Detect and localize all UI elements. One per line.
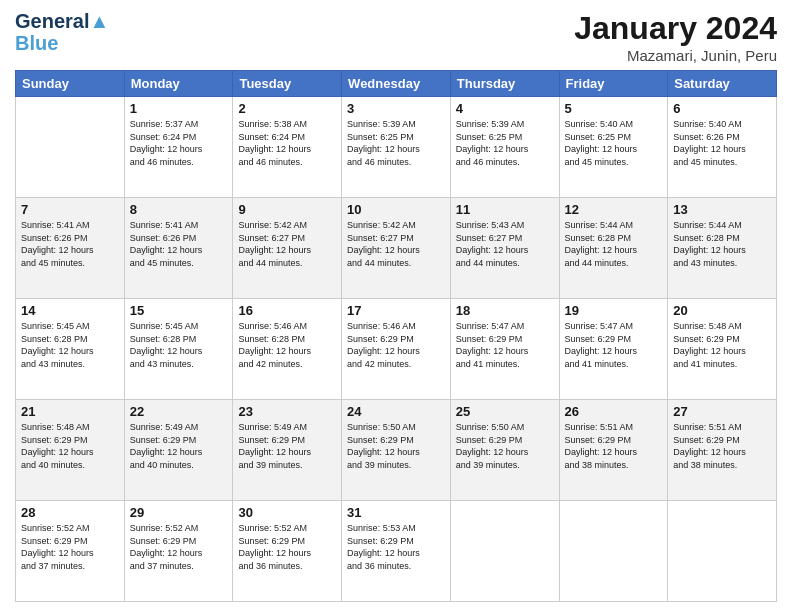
day-number: 28 [21,505,119,520]
table-row: 29Sunrise: 5:52 AM Sunset: 6:29 PM Dayli… [124,501,233,602]
col-wednesday: Wednesday [342,71,451,97]
col-saturday: Saturday [668,71,777,97]
table-row: 10Sunrise: 5:42 AM Sunset: 6:27 PM Dayli… [342,198,451,299]
day-number: 8 [130,202,228,217]
day-number: 12 [565,202,663,217]
day-number: 13 [673,202,771,217]
table-row: 3Sunrise: 5:39 AM Sunset: 6:25 PM Daylig… [342,97,451,198]
day-number: 23 [238,404,336,419]
day-info: Sunrise: 5:45 AM Sunset: 6:28 PM Dayligh… [21,320,119,370]
day-info: Sunrise: 5:44 AM Sunset: 6:28 PM Dayligh… [673,219,771,269]
day-info: Sunrise: 5:50 AM Sunset: 6:29 PM Dayligh… [456,421,554,471]
day-number: 21 [21,404,119,419]
day-info: Sunrise: 5:41 AM Sunset: 6:26 PM Dayligh… [130,219,228,269]
table-row: 27Sunrise: 5:51 AM Sunset: 6:29 PM Dayli… [668,400,777,501]
day-info: Sunrise: 5:40 AM Sunset: 6:25 PM Dayligh… [565,118,663,168]
calendar-row: 21Sunrise: 5:48 AM Sunset: 6:29 PM Dayli… [16,400,777,501]
table-row: 6Sunrise: 5:40 AM Sunset: 6:26 PM Daylig… [668,97,777,198]
table-row: 13Sunrise: 5:44 AM Sunset: 6:28 PM Dayli… [668,198,777,299]
day-info: Sunrise: 5:45 AM Sunset: 6:28 PM Dayligh… [130,320,228,370]
calendar-row: 7Sunrise: 5:41 AM Sunset: 6:26 PM Daylig… [16,198,777,299]
day-info: Sunrise: 5:44 AM Sunset: 6:28 PM Dayligh… [565,219,663,269]
day-info: Sunrise: 5:52 AM Sunset: 6:29 PM Dayligh… [21,522,119,572]
table-row: 22Sunrise: 5:49 AM Sunset: 6:29 PM Dayli… [124,400,233,501]
day-info: Sunrise: 5:46 AM Sunset: 6:28 PM Dayligh… [238,320,336,370]
header: General▲ Blue January 2024 Mazamari, Jun… [15,10,777,64]
day-number: 14 [21,303,119,318]
day-number: 26 [565,404,663,419]
calendar-row: 28Sunrise: 5:52 AM Sunset: 6:29 PM Dayli… [16,501,777,602]
day-number: 2 [238,101,336,116]
col-sunday: Sunday [16,71,125,97]
logo-blue: Blue [15,32,109,54]
table-row: 21Sunrise: 5:48 AM Sunset: 6:29 PM Dayli… [16,400,125,501]
day-number: 6 [673,101,771,116]
calendar-header-row: Sunday Monday Tuesday Wednesday Thursday… [16,71,777,97]
table-row [16,97,125,198]
table-row: 24Sunrise: 5:50 AM Sunset: 6:29 PM Dayli… [342,400,451,501]
day-info: Sunrise: 5:51 AM Sunset: 6:29 PM Dayligh… [673,421,771,471]
day-info: Sunrise: 5:39 AM Sunset: 6:25 PM Dayligh… [347,118,445,168]
day-info: Sunrise: 5:38 AM Sunset: 6:24 PM Dayligh… [238,118,336,168]
table-row: 14Sunrise: 5:45 AM Sunset: 6:28 PM Dayli… [16,299,125,400]
day-number: 5 [565,101,663,116]
day-info: Sunrise: 5:39 AM Sunset: 6:25 PM Dayligh… [456,118,554,168]
day-info: Sunrise: 5:43 AM Sunset: 6:27 PM Dayligh… [456,219,554,269]
day-number: 3 [347,101,445,116]
logo-general: General [15,10,89,32]
page-title: January 2024 [574,10,777,47]
day-number: 31 [347,505,445,520]
table-row [450,501,559,602]
table-row: 16Sunrise: 5:46 AM Sunset: 6:28 PM Dayli… [233,299,342,400]
table-row: 28Sunrise: 5:52 AM Sunset: 6:29 PM Dayli… [16,501,125,602]
day-info: Sunrise: 5:50 AM Sunset: 6:29 PM Dayligh… [347,421,445,471]
day-number: 24 [347,404,445,419]
day-info: Sunrise: 5:40 AM Sunset: 6:26 PM Dayligh… [673,118,771,168]
day-number: 25 [456,404,554,419]
day-info: Sunrise: 5:41 AM Sunset: 6:26 PM Dayligh… [21,219,119,269]
day-info: Sunrise: 5:49 AM Sunset: 6:29 PM Dayligh… [238,421,336,471]
col-friday: Friday [559,71,668,97]
day-number: 19 [565,303,663,318]
day-info: Sunrise: 5:48 AM Sunset: 6:29 PM Dayligh… [673,320,771,370]
calendar-table: Sunday Monday Tuesday Wednesday Thursday… [15,70,777,602]
day-number: 15 [130,303,228,318]
col-thursday: Thursday [450,71,559,97]
day-info: Sunrise: 5:53 AM Sunset: 6:29 PM Dayligh… [347,522,445,572]
table-row: 15Sunrise: 5:45 AM Sunset: 6:28 PM Dayli… [124,299,233,400]
table-row: 30Sunrise: 5:52 AM Sunset: 6:29 PM Dayli… [233,501,342,602]
table-row: 12Sunrise: 5:44 AM Sunset: 6:28 PM Dayli… [559,198,668,299]
page-subtitle: Mazamari, Junin, Peru [574,47,777,64]
day-number: 17 [347,303,445,318]
day-number: 7 [21,202,119,217]
table-row: 19Sunrise: 5:47 AM Sunset: 6:29 PM Dayli… [559,299,668,400]
col-tuesday: Tuesday [233,71,342,97]
table-row: 7Sunrise: 5:41 AM Sunset: 6:26 PM Daylig… [16,198,125,299]
table-row [668,501,777,602]
col-monday: Monday [124,71,233,97]
day-info: Sunrise: 5:51 AM Sunset: 6:29 PM Dayligh… [565,421,663,471]
table-row: 1Sunrise: 5:37 AM Sunset: 6:24 PM Daylig… [124,97,233,198]
day-number: 9 [238,202,336,217]
logo-bird-shape: ▲ [89,10,109,32]
table-row: 17Sunrise: 5:46 AM Sunset: 6:29 PM Dayli… [342,299,451,400]
table-row: 4Sunrise: 5:39 AM Sunset: 6:25 PM Daylig… [450,97,559,198]
calendar-row: 14Sunrise: 5:45 AM Sunset: 6:28 PM Dayli… [16,299,777,400]
title-block: January 2024 Mazamari, Junin, Peru [574,10,777,64]
day-number: 22 [130,404,228,419]
day-number: 11 [456,202,554,217]
table-row: 18Sunrise: 5:47 AM Sunset: 6:29 PM Dayli… [450,299,559,400]
day-info: Sunrise: 5:48 AM Sunset: 6:29 PM Dayligh… [21,421,119,471]
table-row: 20Sunrise: 5:48 AM Sunset: 6:29 PM Dayli… [668,299,777,400]
page: General▲ Blue January 2024 Mazamari, Jun… [0,0,792,612]
table-row: 11Sunrise: 5:43 AM Sunset: 6:27 PM Dayli… [450,198,559,299]
day-info: Sunrise: 5:47 AM Sunset: 6:29 PM Dayligh… [456,320,554,370]
day-number: 4 [456,101,554,116]
day-number: 30 [238,505,336,520]
calendar-row: 1Sunrise: 5:37 AM Sunset: 6:24 PM Daylig… [16,97,777,198]
table-row: 8Sunrise: 5:41 AM Sunset: 6:26 PM Daylig… [124,198,233,299]
day-number: 10 [347,202,445,217]
day-info: Sunrise: 5:52 AM Sunset: 6:29 PM Dayligh… [238,522,336,572]
table-row: 9Sunrise: 5:42 AM Sunset: 6:27 PM Daylig… [233,198,342,299]
logo: General▲ Blue [15,10,109,54]
